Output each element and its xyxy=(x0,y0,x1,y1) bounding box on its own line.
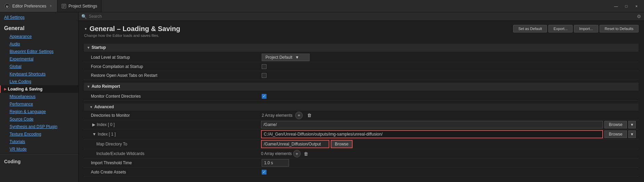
load-level-row: Load Level at Startup Project Default ▼ xyxy=(84,53,639,62)
sidebar-item-blueprint-editor[interactable]: Blueprint Editor Settings xyxy=(0,48,78,55)
directories-label: Directories to Monitor xyxy=(91,113,262,118)
index-1-browse-button[interactable]: Browse xyxy=(604,130,627,138)
startup-section-title: Startup xyxy=(92,45,106,50)
sidebar-item-audio[interactable]: Audio xyxy=(0,40,78,48)
sidebar-item-experimental[interactable]: Experimental xyxy=(0,55,78,63)
add-wildcard-button[interactable]: + xyxy=(293,150,301,157)
maximize-button[interactable]: □ xyxy=(621,1,631,11)
advanced-section-header[interactable]: ▼ Advanced xyxy=(84,103,639,111)
editor-preferences-tab[interactable]: U Editor Preferences × xyxy=(0,0,57,12)
sidebar-divider xyxy=(0,154,78,155)
index-0-expand-icon: ▶ xyxy=(92,122,95,127)
advanced-collapse-arrow: ▼ xyxy=(90,105,93,109)
delete-wildcards-button[interactable]: 🗑 xyxy=(302,150,310,157)
scroll-content: ▼ General – Loading & Saving Change how … xyxy=(79,21,644,182)
set-default-button[interactable]: Set as Default xyxy=(513,25,547,32)
index-1-path-input[interactable] xyxy=(261,130,603,138)
directories-to-monitor-row: Directories to Monitor 2 Array elements … xyxy=(84,111,639,120)
sidebar-item-appearance[interactable]: Appearance xyxy=(0,33,78,40)
startup-section-header[interactable]: ▼ Startup xyxy=(84,44,639,52)
search-icon: 🔍 xyxy=(81,14,87,19)
editor-preferences-label: Editor Preferences xyxy=(12,4,46,9)
svg-text:U: U xyxy=(6,5,9,8)
add-directory-button[interactable]: + xyxy=(295,112,303,119)
restore-tabs-label: Restore Open Asset Tabs on Restart xyxy=(91,73,262,78)
title-bar: U Editor Preferences × Project Settings … xyxy=(0,0,644,12)
wildcards-value: 0 Array elements + 🗑 xyxy=(261,150,636,157)
map-directory-browse-button[interactable]: Browse xyxy=(331,140,353,148)
editor-preferences-close[interactable]: × xyxy=(48,4,53,9)
wildcards-row: Include/Exclude Wildcards 0 Array elemen… xyxy=(84,149,639,158)
close-button[interactable]: × xyxy=(632,1,641,11)
startup-section: ▼ Startup Load Level at Startup Project … xyxy=(84,44,639,80)
import-button[interactable]: Import... xyxy=(574,25,598,32)
delete-directories-button[interactable]: 🗑 xyxy=(305,112,313,119)
auto-reimport-section: ▼ Auto Reimport Monitor Content Director… xyxy=(84,83,639,101)
sidebar-item-synthesis-dsp[interactable]: Synthesis and DSP Plugin xyxy=(0,123,78,130)
sidebar-item-texture-encoding[interactable]: Texture Encoding xyxy=(0,130,78,138)
advanced-section-title: Advanced xyxy=(94,104,114,109)
search-bar: 🔍 ⚙ xyxy=(79,12,644,21)
window-controls: — □ × xyxy=(611,1,644,11)
index-1-label: ▼ Index [ 1 ] xyxy=(92,132,261,137)
startup-collapse-arrow: ▼ xyxy=(87,46,90,50)
index-1-expand-button[interactable]: ▼ xyxy=(628,130,636,138)
title-collapse-arrow[interactable]: ▼ xyxy=(84,27,87,31)
sidebar-all-settings[interactable]: All Settings xyxy=(0,12,78,23)
restore-tabs-checkbox[interactable] xyxy=(262,73,266,78)
page-header: ▼ General – Loading & Saving Change how … xyxy=(84,25,180,40)
index-0-value: Browse ▼ xyxy=(261,121,636,128)
project-settings-label: Project Settings xyxy=(68,4,97,9)
import-threshold-input[interactable] xyxy=(262,159,289,167)
page-subtitle: Change how the Editor loads and saves fi… xyxy=(84,33,180,38)
auto-reimport-collapse-arrow: ▼ xyxy=(87,85,90,88)
index-0-expand-button[interactable]: ▼ xyxy=(628,121,636,128)
active-arrow-icon: ▶ xyxy=(4,87,6,91)
sidebar-general-header: General xyxy=(0,23,78,33)
index-0-browse-button[interactable]: Browse xyxy=(604,121,627,128)
directories-count: 2 Array elements xyxy=(262,113,292,118)
gear-icon[interactable]: ⚙ xyxy=(637,14,641,19)
import-threshold-row: Import Threshold Time xyxy=(84,158,639,168)
action-buttons: Set as Default Export... Import... Reset… xyxy=(513,25,639,32)
restore-tabs-value xyxy=(262,73,636,78)
auto-reimport-section-header[interactable]: ▼ Auto Reimport xyxy=(84,83,639,90)
search-input[interactable] xyxy=(89,14,635,19)
reset-defaults-button[interactable]: Reset to Defaults xyxy=(600,25,639,32)
sidebar-item-tutorials[interactable]: Tutorials xyxy=(0,138,78,145)
force-compilation-label: Force Compilation at Startup xyxy=(91,64,262,69)
sidebar-item-performance[interactable]: Performance xyxy=(0,100,78,108)
import-threshold-value xyxy=(262,159,636,167)
directories-controls: 2 Array elements + 🗑 xyxy=(262,112,313,119)
load-level-label: Load Level at Startup xyxy=(91,55,262,60)
export-button[interactable]: Export... xyxy=(548,25,573,32)
content-area: 🔍 ⚙ ▼ General – Loading & Saving Change … xyxy=(79,12,644,182)
page-title: General – Loading & Saving xyxy=(90,25,180,33)
minimize-button[interactable]: — xyxy=(611,1,621,11)
project-settings-icon xyxy=(61,4,66,9)
auto-create-checkbox[interactable] xyxy=(262,170,266,174)
sidebar-coding-header: Coding xyxy=(0,156,78,166)
auto-create-row: Auto Create Assets xyxy=(84,168,639,177)
sidebar-item-region-language[interactable]: Region & Language xyxy=(0,108,78,115)
force-compilation-value xyxy=(262,64,636,69)
wildcards-count: 0 Array elements xyxy=(261,151,292,156)
force-compilation-row: Force Compilation at Startup xyxy=(84,62,639,71)
sidebar-item-loading-saving[interactable]: ▶ Loading & Saving xyxy=(0,85,78,93)
sidebar-item-keyboard-shortcuts[interactable]: Keyboard Shortcuts xyxy=(0,70,78,78)
sidebar: All Settings General Appearance Audio Bl… xyxy=(0,12,79,182)
map-directory-input[interactable] xyxy=(261,140,329,148)
sidebar-item-miscellaneous[interactable]: Miscellaneous xyxy=(0,93,78,100)
auto-create-value xyxy=(262,170,636,174)
dropdown-arrow-icon: ▼ xyxy=(295,55,299,60)
monitor-content-checkbox[interactable] xyxy=(262,94,266,99)
force-compilation-checkbox[interactable] xyxy=(262,64,266,69)
project-settings-tab[interactable]: Project Settings xyxy=(57,0,101,12)
load-level-dropdown[interactable]: Project Default ▼ xyxy=(262,54,310,61)
sidebar-item-source-code[interactable]: Source Code xyxy=(0,115,78,123)
sidebar-item-live-coding[interactable]: Live Coding xyxy=(0,78,78,85)
sidebar-item-global[interactable]: Global xyxy=(0,63,78,70)
index-0-path-input[interactable] xyxy=(261,121,603,128)
sidebar-item-vr-mode[interactable]: VR Mode xyxy=(0,145,78,153)
monitor-content-row: Monitor Content Directories xyxy=(84,92,639,101)
